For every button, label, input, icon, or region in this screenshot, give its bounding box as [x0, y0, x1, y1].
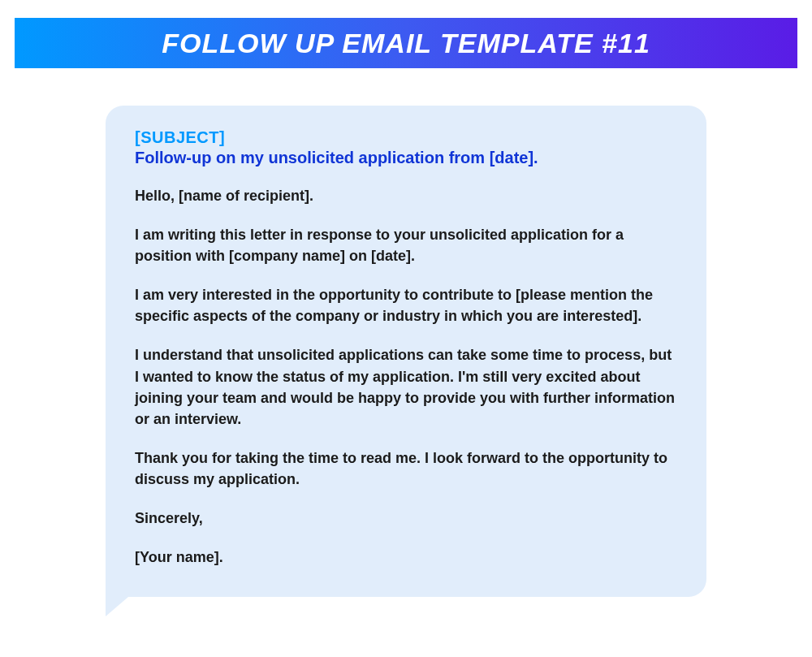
email-paragraph-2: I am very interested in the opportunity …	[135, 284, 677, 326]
header-banner: FOLLOW UP EMAIL TEMPLATE #11	[15, 18, 797, 68]
email-closing: Sincerely,	[135, 508, 677, 529]
email-signature: [Your name].	[135, 547, 677, 568]
header-title: FOLLOW UP EMAIL TEMPLATE #11	[162, 28, 650, 59]
subject-label: [SUBJECT]	[135, 128, 677, 147]
email-template-card: [SUBJECT] Follow-up on my unsolicited ap…	[106, 106, 706, 597]
subject-line: Follow-up on my unsolicited application …	[135, 149, 677, 167]
email-paragraph-4: Thank you for taking the time to read me…	[135, 447, 677, 490]
email-greeting: Hello, [name of recipient].	[135, 185, 677, 206]
email-paragraph-3: I understand that unsolicited applicatio…	[135, 344, 677, 429]
email-paragraph-1: I am writing this letter in response to …	[135, 224, 677, 266]
email-body: Hello, [name of recipient]. I am writing…	[135, 185, 677, 568]
